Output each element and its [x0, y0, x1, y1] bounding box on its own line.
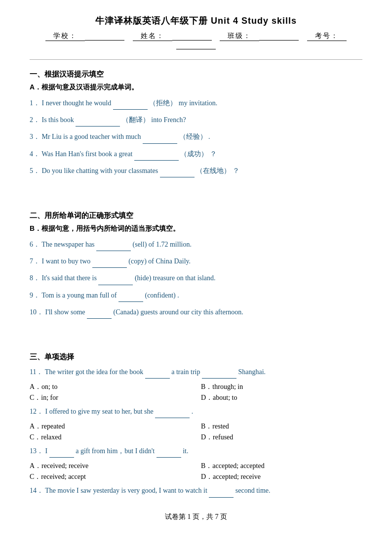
q14-text2: second time. [235, 487, 271, 494]
q4-num: 4． [30, 150, 40, 158]
q11-option-c: C．in; for [30, 393, 191, 402]
section2-title: 二、用所给单词的正确形式填空 [30, 211, 362, 220]
question-1: 1． I never thought he would （拒绝） my invi… [30, 97, 362, 110]
q10-hint: (Canada) [114, 308, 139, 316]
q6-text1: The newspaper has [41, 241, 94, 248]
q3-text1: Mr Liu is a good teacher with much [42, 133, 141, 140]
q11-option-a: A．on; to [30, 383, 191, 391]
q12-text1: I offered to give my seat to her, but sh… [45, 408, 154, 415]
question-6: 6． The newspaper has (sell) of 1.72 mill… [30, 238, 362, 251]
section3-title: 三、单项选择 [30, 352, 362, 362]
q8-blank [98, 272, 133, 285]
question-12: 12． I offered to give my seat to her, bu… [30, 405, 362, 418]
q13-blank1 [49, 445, 74, 458]
q4-text2: ？ [210, 150, 217, 158]
q4-hint: （成功） [180, 150, 208, 158]
q13-options: A．received; receive B．accepted; accepted… [30, 462, 362, 481]
q14-text1: The movie I saw yesterday is very good, … [45, 487, 207, 494]
q5-text1: Do you like chatting with your classmate… [42, 167, 158, 174]
q2-blank [76, 114, 120, 127]
question-3: 3． Mr Liu is a good teacher with much （经… [30, 130, 362, 143]
q7-num: 7． [30, 257, 40, 265]
q3-text2: . [208, 133, 210, 140]
q13-option-a: A．received; receive [30, 462, 191, 470]
q13-text1: I [45, 447, 48, 455]
q9-hint: (confident) [145, 292, 175, 299]
q5-num: 5． [30, 167, 40, 174]
q3-blank [143, 130, 177, 143]
q14-num: 14． [30, 487, 43, 494]
q12-blank1 [155, 405, 190, 418]
q9-blank [118, 289, 143, 302]
name-blank [172, 32, 212, 41]
q5-hint: （在线地） [196, 167, 231, 174]
q13-num: 13． [30, 447, 43, 455]
label-name: 姓名： [133, 32, 172, 41]
q12-text2: . [192, 408, 194, 415]
q7-text1: I want to buy two [42, 257, 91, 265]
q9-text1: Tom is a young man full of [41, 292, 117, 299]
q5-blank [160, 165, 195, 177]
q10-num: 10． [30, 308, 43, 316]
page-title: 牛津译林版英语八年级下册 Unit 4 Study skills [30, 15, 362, 27]
q13-option-c: C．received; accept [30, 472, 191, 481]
q2-hint: （翻译） [122, 116, 150, 124]
question-2: 2． Is this book （翻译） into French? [30, 114, 362, 127]
q12-num: 12． [30, 408, 43, 415]
page-footer: 试卷第 1 页，共 7 页 [30, 512, 362, 521]
q7-blank [92, 255, 127, 268]
q12-option-d: D．refused [201, 433, 362, 442]
q8-num: 8． [30, 274, 40, 282]
question-10: 10． I'll show some (Canada) guests aroun… [30, 306, 362, 319]
q1-num: 1． [30, 99, 40, 107]
q12-option-b: B．rested [201, 422, 362, 431]
label-school: 学校： [45, 32, 85, 41]
q2-num: 2． [30, 116, 40, 124]
q4-blank [134, 148, 179, 161]
q2-text1: Is this book [42, 116, 74, 124]
q13-blank2 [157, 445, 181, 458]
question-13: 13． I a gift from him，but I didn't it. [30, 445, 362, 458]
q3-hint: （经验） [179, 133, 207, 140]
q9-num: 9． [30, 292, 40, 299]
q11-text1: The writer got the idea for the book [45, 368, 143, 376]
q7-text2: of China Daily. [148, 257, 191, 265]
q8-hint: (hide) [135, 274, 151, 282]
question-5: 5． Do you like chatting with your classm… [30, 165, 362, 177]
q12-option-c: C．relaxed [30, 433, 191, 442]
q12-option-a: A．repeated [30, 422, 191, 431]
q11-option-b: B．through; in [201, 383, 362, 391]
q7-hint: (copy) [128, 257, 147, 265]
q6-hint: (sell) [133, 241, 147, 248]
question-11: 11． The writer got the idea for the book… [30, 366, 362, 379]
q11-text2: a train trip [171, 368, 200, 376]
section1-subtitle: A．根据句意及汉语提示完成单词。 [30, 83, 362, 92]
number-blank [176, 41, 216, 49]
q2-text2: into French? [151, 116, 186, 124]
q10-blank [87, 306, 112, 319]
section1-title: 一、根据汉语提示填空 [30, 70, 362, 79]
q8-text1: It's said that there is [42, 274, 97, 282]
q11-blank2 [202, 366, 236, 379]
school-blank [85, 32, 124, 41]
q4-text1: Was Han Han's first book a great [41, 150, 132, 158]
divider-top [30, 59, 362, 60]
section3: 三、单项选择 11． The writer got the idea for t… [30, 352, 362, 498]
label-class: 班级： [220, 32, 259, 41]
info-line: 学校： 姓名： 班级： 考号： [30, 32, 362, 49]
question-14: 14． The movie I saw yesterday is very go… [30, 484, 362, 497]
section1: 一、根据汉语提示填空 A．根据句意及汉语提示完成单词。 1． I never t… [30, 70, 362, 177]
q11-options: A．on; to B．through; in C．in; for D．about… [30, 383, 362, 402]
q11-text3: Shanghai. [238, 368, 266, 376]
q1-text1: I never thought he would [42, 99, 112, 107]
section2-subtitle: B．根据句意，用括号内所给词的适当形式填空。 [30, 224, 362, 233]
section2: 二、用所给单词的正确形式填空 B．根据句意，用括号内所给词的适当形式填空。 6．… [30, 211, 362, 319]
q9-text2: . [177, 292, 179, 299]
q6-text2: of 1.72 million. [149, 241, 192, 248]
q13-option-b: B．accepted; accepted [201, 462, 362, 470]
q6-blank [96, 238, 131, 251]
question-9: 9． Tom is a young man full of (confident… [30, 289, 362, 302]
q11-option-d: D．about; to [201, 393, 362, 402]
q13-text3: it. [183, 447, 188, 455]
q13-option-d: D．accepted; receive [201, 472, 362, 481]
